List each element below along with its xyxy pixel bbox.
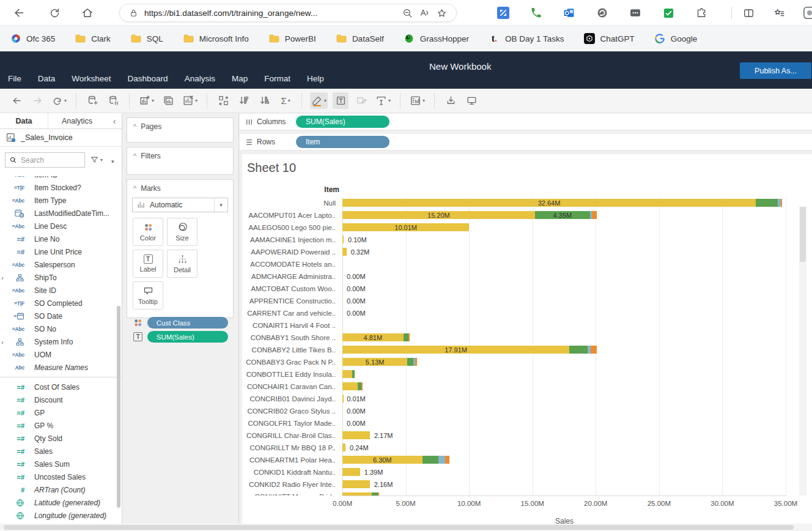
copilot-icon[interactable]: [799, 2, 812, 23]
menu-dashboard[interactable]: Dashboard: [128, 74, 168, 83]
scrollbar-thumb[interactable]: [800, 207, 806, 262]
size-button[interactable]: Size: [167, 218, 197, 246]
tab-data[interactable]: Data: [0, 113, 48, 128]
rows-shelf[interactable]: Rows Item: [240, 134, 812, 150]
menu-worksheet[interactable]: Worksheet: [72, 74, 111, 83]
pause-updates-icon[interactable]: [105, 92, 121, 109]
bar-segment-orange[interactable]: [781, 199, 782, 207]
totals-icon[interactable]: [278, 92, 293, 109]
mark-type-dropdown[interactable]: Automatic: [132, 198, 228, 212]
field-item-stocked-[interactable]: =T|FItem Stocked?: [0, 181, 121, 194]
menu-file[interactable]: File: [8, 74, 21, 83]
browser-home-button[interactable]: [77, 2, 98, 23]
url-text[interactable]: https://bi1.dataself.com/t/training_oran…: [144, 9, 399, 18]
collapse-card-icon[interactable]: [133, 122, 136, 131]
bar-segment-yellow[interactable]: [342, 370, 352, 378]
chart-row-label[interactable]: CONCRIB02 Graco Stylus ..: [242, 405, 336, 417]
read-aloud-icon[interactable]: [416, 4, 433, 21]
bar-segment-blue[interactable]: [438, 456, 445, 464]
bar-segment-green[interactable]: [569, 346, 588, 354]
field-artran-count-[interactable]: #ARTran (Count): [0, 483, 121, 496]
bar-segment-green[interactable]: [407, 358, 413, 366]
scrollbar-thumb[interactable]: [4, 525, 794, 530]
field-gp-[interactable]: =#GP %: [0, 419, 121, 432]
bar-segment-orange[interactable]: [591, 346, 596, 354]
filters-card[interactable]: Filters: [127, 147, 234, 175]
bar-segment-orange[interactable]: [445, 456, 449, 464]
field-system-info[interactable]: System Info: [0, 335, 121, 348]
field-line-no[interactable]: =#Line No: [0, 232, 121, 245]
bar-segment-yellow[interactable]: [342, 395, 344, 403]
chart-row-label[interactable]: CONKID2 Radio Flyer Inte..: [242, 478, 336, 491]
rows-pill-item[interactable]: Item: [296, 136, 389, 148]
collapse-card-icon[interactable]: [133, 184, 136, 193]
phone-icon[interactable]: [526, 2, 547, 23]
chart-row-label[interactable]: CONHEARTM1 Polar Hea..: [242, 454, 336, 466]
sort-ascending-icon[interactable]: [236, 92, 252, 109]
bookmark-item[interactable]: Ofc 365: [10, 33, 55, 45]
back-arrow-icon[interactable]: [9, 92, 24, 109]
field-site-id[interactable]: =AbcSite ID: [0, 284, 121, 297]
field-so-completed[interactable]: =T|FSO Completed: [0, 297, 121, 310]
menu-map[interactable]: Map: [232, 74, 248, 83]
zoom-out-icon[interactable]: [399, 4, 416, 21]
chart-row-label[interactable]: CONKID1 Kiddraft Nantu..: [242, 466, 336, 478]
chart-row-label[interactable]: CONBABY1 South Shore ..: [242, 332, 336, 344]
bookmark-item[interactable]: Microsoft Info: [183, 33, 249, 45]
field-latitude-generated-[interactable]: Latitude (generated): [0, 496, 121, 509]
collections-icon[interactable]: [769, 2, 789, 23]
bar-segment-green[interactable]: [423, 456, 439, 464]
add-datasource-icon[interactable]: [84, 92, 100, 109]
chart-row-label[interactable]: ACCOMODATE Hotels an..: [242, 258, 336, 270]
presentation-icon[interactable]: [463, 92, 479, 109]
bar-segment-yellow[interactable]: [342, 236, 344, 243]
bar-segment-yellow[interactable]: [342, 382, 358, 390]
remote-desktop-icon[interactable]: [493, 2, 514, 23]
bookmark-item[interactable]: Google: [654, 33, 698, 45]
browser-refresh-button[interactable]: [44, 2, 65, 23]
bar-segment-orange[interactable]: [415, 358, 418, 366]
row-field-header[interactable]: Item: [242, 185, 339, 194]
chart-row-label[interactable]: CARRENT Car and vehicle..: [242, 307, 336, 319]
chart-row-label[interactable]: CONGRILLT Mr BBQ 18 P..: [242, 442, 336, 454]
bookmark-item[interactable]: t.OB Day 1 Tasks: [489, 33, 564, 45]
chevron-down-icon[interactable]: [214, 198, 227, 212]
chart-row-label[interactable]: Null: [242, 197, 336, 209]
collapse-pane-icon[interactable]: [107, 113, 122, 128]
field-line-unit-price[interactable]: =#Line Unit Price: [0, 245, 121, 258]
tooltip-button[interactable]: Tooltip: [133, 281, 163, 310]
view-options-icon[interactable]: [111, 155, 114, 166]
datasource-row[interactable]: _Sales_Invoice: [0, 129, 122, 146]
chart-row-label[interactable]: AAMACHINE1 Injection m..: [242, 234, 336, 246]
columns-pill-sum-sales[interactable]: SUM(Sales): [296, 116, 389, 128]
sheet-title[interactable]: Sheet 10: [247, 161, 296, 175]
bar-segment-yellow[interactable]: [342, 480, 370, 488]
favorite-star-icon[interactable]: [433, 4, 450, 21]
duplicate-sheet-icon[interactable]: [160, 92, 176, 109]
split-screen-icon[interactable]: [738, 2, 759, 23]
bar-segment-orange[interactable]: [592, 211, 597, 219]
collapse-card-icon[interactable]: [133, 152, 136, 160]
fit-icon[interactable]: [374, 92, 392, 109]
browser-extensions-icon[interactable]: [691, 2, 712, 23]
sort-descending-icon[interactable]: [257, 92, 273, 109]
field-lastmodifieddatetim-[interactable]: LastModifiedDateTim...: [0, 207, 121, 220]
field-measure-names[interactable]: AbcMeasure Names: [0, 361, 121, 374]
chart-row-label[interactable]: APPRENTICE Constructio..: [242, 295, 336, 307]
address-bar[interactable]: https://bi1.dataself.com/t/training_oran…: [119, 4, 457, 22]
menu-analysis[interactable]: Analysis: [185, 74, 215, 83]
bar-segment-green[interactable]: [756, 199, 778, 207]
chart-row-label[interactable]: AAPOWERAID Poweraid ..: [242, 246, 336, 258]
chart-row-label[interactable]: CONCRIB01 Davinci Jayd..: [242, 393, 336, 405]
field-discount[interactable]: =#Discount: [0, 393, 121, 406]
clear-sheet-icon[interactable]: [181, 92, 199, 109]
todo-check-icon[interactable]: [658, 2, 679, 23]
chart-row-label[interactable]: CONAIRT1 Harvil 4 Foot ..: [242, 319, 336, 332]
outlook-icon[interactable]: [559, 2, 580, 23]
chart-vertical-scrollbar[interactable]: [799, 207, 806, 496]
chart-row-label[interactable]: CONBABY2 Little Tikes B..: [242, 344, 336, 356]
lock-icon[interactable]: [128, 4, 138, 21]
field-item-type[interactable]: =AbcItem Type: [0, 194, 121, 207]
label-button[interactable]: Label: [133, 250, 163, 278]
tab-analytics[interactable]: Analytics: [48, 113, 106, 128]
